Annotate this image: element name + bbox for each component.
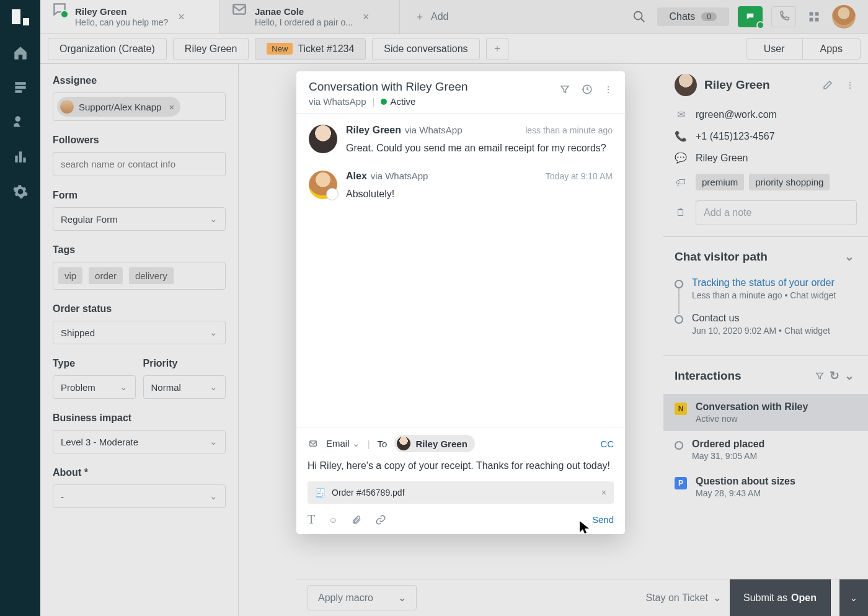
status-badge: P xyxy=(675,477,687,489)
email-icon: ✉ xyxy=(675,109,687,120)
interaction-item[interactable]: N Conversation with RileyActive now xyxy=(663,394,868,431)
biz-label: Business impact xyxy=(53,413,226,424)
chevron-down-icon: ⌄ xyxy=(210,327,218,338)
customer-name: Riley Green xyxy=(704,78,812,92)
macro-select[interactable]: Apply macro⌄ xyxy=(308,585,417,610)
note-input[interactable]: Add a note xyxy=(696,200,857,225)
tab-title: Janae Cole xyxy=(255,6,353,17)
refresh-icon[interactable]: ↻ xyxy=(827,366,842,385)
chevron-down-icon[interactable]: ⌄ xyxy=(842,366,857,385)
close-icon[interactable]: × xyxy=(175,8,187,26)
interaction-item[interactable]: Ordered placedMay 31, 9:05 AM xyxy=(663,431,868,468)
attach-icon[interactable] xyxy=(352,514,361,525)
path-item: Contact us xyxy=(692,313,830,324)
remove-icon[interactable]: × xyxy=(166,102,174,112)
format-icon[interactable]: T xyxy=(308,512,315,527)
toggle-user[interactable]: User xyxy=(746,39,803,59)
emoji-icon[interactable]: ☺ xyxy=(329,515,337,525)
form-label: Form xyxy=(53,190,226,201)
interaction-item[interactable]: P Question about sizesMay 28, 9:43 AM xyxy=(663,468,868,506)
tag[interactable]: order xyxy=(89,267,123,284)
tab-riley[interactable]: Riley Green Hello, can you help me? × xyxy=(40,0,220,33)
type-select[interactable]: Problem⌄ xyxy=(53,375,136,399)
chevron-down-icon: ⌄ xyxy=(713,592,721,604)
user-avatar[interactable] xyxy=(832,5,856,29)
toggle-apps[interactable]: Apps xyxy=(803,39,860,59)
chat-status-icon[interactable] xyxy=(738,6,763,27)
submit-dropdown[interactable]: ⌄ xyxy=(839,579,868,616)
whatsapp-icon: 💬 xyxy=(675,152,687,164)
link-icon[interactable] xyxy=(375,514,386,525)
subtab-side[interactable]: Side conversations xyxy=(372,38,479,60)
home-icon[interactable] xyxy=(12,44,29,61)
new-badge: New xyxy=(267,43,293,55)
close-icon[interactable]: × xyxy=(360,8,372,26)
about-select[interactable]: -⌄ xyxy=(53,484,226,508)
submit-button[interactable]: Submit as Open xyxy=(730,579,831,616)
interactions-title: Interactions xyxy=(675,369,812,383)
phone-icon[interactable] xyxy=(771,6,796,27)
tab-janae[interactable]: Janae Cole Hello, I ordered a pair o... … xyxy=(220,0,400,33)
chat-path-title: Chat visitor path xyxy=(675,250,842,264)
svg-rect-2 xyxy=(810,12,813,16)
customer-tag: premium xyxy=(696,174,744,190)
conversation-card: Conversation with Riley Green via WhatsA… xyxy=(296,71,625,534)
send-button[interactable]: Send xyxy=(592,514,614,525)
edit-icon[interactable] xyxy=(820,77,836,93)
history-icon[interactable] xyxy=(582,84,593,95)
ticket-subtabs: Organization (Create) Riley Green New Ti… xyxy=(40,34,868,64)
recipient-pill[interactable]: Riley Green xyxy=(394,435,474,452)
stay-on-ticket[interactable]: Stay on Ticket⌄ xyxy=(645,592,721,604)
chat-icon xyxy=(51,1,68,17)
more-icon[interactable]: ⋮ xyxy=(843,78,857,92)
filter-icon[interactable] xyxy=(559,84,570,95)
more-icon[interactable]: ⋮ xyxy=(604,84,613,94)
reports-icon[interactable] xyxy=(12,148,29,166)
email-icon xyxy=(308,439,319,448)
tag[interactable]: delivery xyxy=(129,267,174,284)
views-icon[interactable] xyxy=(12,79,29,96)
chevron-down-icon[interactable]: ⌄ xyxy=(842,247,857,266)
timeline-dot xyxy=(675,441,683,450)
add-tab[interactable]: ＋ Add xyxy=(400,0,463,33)
path-link[interactable]: Tracking the status of your order xyxy=(692,277,836,288)
customers-icon[interactable] xyxy=(12,114,29,131)
apps-icon[interactable] xyxy=(805,7,823,26)
remove-attachment-icon[interactable]: × xyxy=(601,488,606,498)
subtab-org[interactable]: Organization (Create) xyxy=(48,38,167,60)
timeline-dot xyxy=(675,280,683,288)
customer-panel: Riley Green ⋮ ✉rgreen@work.com 📞+1 (415)… xyxy=(663,64,868,616)
search-icon[interactable] xyxy=(630,7,649,26)
priority-select[interactable]: Normal⌄ xyxy=(143,375,226,399)
followers-input[interactable] xyxy=(53,152,226,176)
settings-icon[interactable] xyxy=(12,183,29,200)
channel-select[interactable]: Email ⌄ xyxy=(326,438,360,449)
subtab-ticket[interactable]: New Ticket #1234 xyxy=(255,38,366,60)
chats-button[interactable]: Chats0 xyxy=(657,7,729,26)
ticket-footer: Apply macro⌄ Stay on Ticket⌄ Submit as O… xyxy=(296,579,868,616)
chats-count: 0 xyxy=(701,12,717,21)
subtab-add[interactable]: ＋ xyxy=(486,38,508,60)
form-select[interactable]: Regular Form⌄ xyxy=(53,207,226,231)
subtab-person[interactable]: Riley Green xyxy=(173,38,249,60)
svg-rect-3 xyxy=(815,12,819,16)
svg-rect-4 xyxy=(810,18,813,22)
message-avatar xyxy=(309,125,337,153)
biz-select[interactable]: Level 3 - Moderate⌄ xyxy=(53,430,226,453)
assignee-chip[interactable]: Support/Alex Knapp× xyxy=(57,97,180,117)
status-dot xyxy=(381,99,387,105)
workspace-tabs: Riley Green Hello, can you help me? × Ja… xyxy=(40,0,868,34)
message-composer: Email ⌄ | To Riley Green CC Hi Riley, he… xyxy=(296,427,625,534)
filter-icon[interactable] xyxy=(812,368,827,383)
tab-subtitle: Hello, I ordered a pair o... xyxy=(255,17,353,27)
composer-body[interactable]: Hi Riley, here's a copy of your receipt.… xyxy=(308,458,614,474)
to-label: To xyxy=(378,439,388,449)
cc-button[interactable]: CC xyxy=(600,439,614,449)
message-text: Great. Could you send me an email receip… xyxy=(346,141,613,156)
order-status-select[interactable]: Shipped⌄ xyxy=(53,321,226,344)
attachment: 🧾 Order #456789.pdf × xyxy=(308,481,614,504)
tag[interactable]: vip xyxy=(58,267,82,284)
customer-whatsapp: Riley Green xyxy=(696,153,748,164)
tab-title: Riley Green xyxy=(75,6,168,17)
side-nav xyxy=(0,0,40,616)
